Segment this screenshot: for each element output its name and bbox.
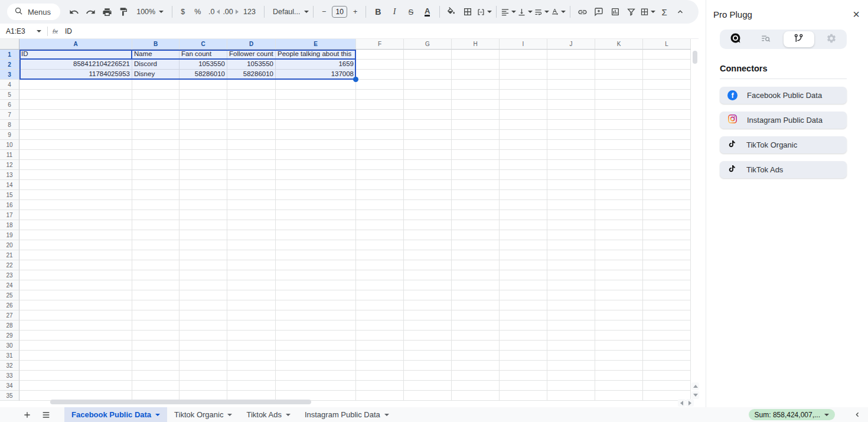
cell-I17[interactable] [500, 210, 547, 220]
sheet-tab-tiktok-organic[interactable]: Tiktok Organic [167, 407, 239, 422]
cell-J28[interactable] [547, 320, 595, 331]
cell-D7[interactable] [227, 110, 276, 120]
print-button[interactable] [100, 4, 115, 19]
cell-E25[interactable] [276, 290, 356, 300]
cell-B6[interactable] [132, 100, 180, 110]
cell-G1[interactable] [404, 50, 452, 60]
cell-A30[interactable] [19, 341, 132, 351]
cell-K12[interactable] [595, 160, 643, 170]
cell-H30[interactable] [452, 341, 500, 351]
cell-J26[interactable] [547, 300, 595, 310]
cell-G32[interactable] [404, 361, 452, 371]
cell-I28[interactable] [500, 320, 547, 331]
cell-F12[interactable] [356, 160, 404, 170]
cell-J25[interactable] [547, 290, 595, 300]
cell-D16[interactable] [227, 200, 276, 210]
cell-L24[interactable] [643, 280, 691, 290]
cell-G33[interactable] [404, 371, 452, 381]
row-header-14[interactable]: 14 [0, 180, 19, 190]
cell-J23[interactable] [547, 270, 595, 280]
cell-F20[interactable] [356, 240, 404, 250]
cell-E26[interactable] [276, 300, 356, 310]
cell-B7[interactable] [132, 110, 180, 120]
cell-F22[interactable] [356, 260, 404, 270]
scroll-right-button[interactable] [686, 399, 694, 407]
cell-G28[interactable] [404, 320, 452, 331]
cell-G30[interactable] [404, 341, 452, 351]
cell-H6[interactable] [452, 100, 500, 110]
cell-J10[interactable] [547, 140, 595, 150]
cell-K31[interactable] [595, 351, 643, 361]
cell-D19[interactable] [227, 230, 276, 240]
cell-C17[interactable] [180, 210, 227, 220]
cell-J8[interactable] [547, 120, 595, 130]
currency-format-button[interactable]: $ [177, 4, 189, 19]
cell-E21[interactable] [276, 250, 356, 260]
horizontal-scrollbar[interactable] [50, 400, 311, 404]
cell-D13[interactable] [227, 170, 276, 180]
cell-B23[interactable] [132, 270, 180, 280]
vertical-align-button[interactable] [517, 4, 533, 19]
cell-D32[interactable] [227, 361, 276, 371]
cell-G6[interactable] [404, 100, 452, 110]
cell-D27[interactable] [227, 310, 276, 320]
cell-K28[interactable] [595, 320, 643, 331]
column-header-C[interactable]: C [180, 39, 227, 50]
cell-F4[interactable] [356, 80, 404, 90]
cell-K16[interactable] [595, 200, 643, 210]
cell-G12[interactable] [404, 160, 452, 170]
cell-K24[interactable] [595, 280, 643, 290]
column-header-L[interactable]: L [643, 39, 691, 50]
chart-button[interactable] [608, 4, 623, 19]
row-header-34[interactable]: 34 [0, 381, 19, 391]
cell-B34[interactable] [132, 381, 180, 391]
cell-J18[interactable] [547, 220, 595, 230]
cell-C32[interactable] [180, 361, 227, 371]
merge-cells-button[interactable] [477, 4, 492, 19]
cell-A17[interactable] [19, 210, 132, 220]
cell-H14[interactable] [452, 180, 500, 190]
cell-D22[interactable] [227, 260, 276, 270]
cell-A21[interactable] [19, 250, 132, 260]
cell-D21[interactable] [227, 250, 276, 260]
cell-F1[interactable] [356, 50, 404, 60]
text-color-button[interactable]: A [420, 4, 435, 19]
cell-I20[interactable] [500, 240, 547, 250]
cell-J35[interactable] [547, 391, 595, 401]
cell-L5[interactable] [643, 90, 691, 100]
row-header-4[interactable]: 4 [0, 80, 19, 90]
cell-B28[interactable] [132, 320, 180, 331]
scroll-left-button[interactable] [678, 399, 686, 407]
cell-L33[interactable] [643, 371, 691, 381]
number-format-button[interactable]: 123 [239, 4, 260, 19]
sidebar-tab-settings[interactable] [816, 30, 847, 49]
cell-G34[interactable] [404, 381, 452, 391]
link-button[interactable] [575, 4, 590, 19]
cell-D23[interactable] [227, 270, 276, 280]
cell-G27[interactable] [404, 310, 452, 320]
row-header-35[interactable]: 35 [0, 391, 19, 401]
cell-C18[interactable] [180, 220, 227, 230]
cell-B24[interactable] [132, 280, 180, 290]
cell-J15[interactable] [547, 190, 595, 200]
cell-G29[interactable] [404, 331, 452, 341]
cell-H18[interactable] [452, 220, 500, 230]
cell-F15[interactable] [356, 190, 404, 200]
cell-D31[interactable] [227, 351, 276, 361]
cell-G26[interactable] [404, 300, 452, 310]
cell-K9[interactable] [595, 130, 643, 140]
cell-H26[interactable] [452, 300, 500, 310]
cell-B31[interactable] [132, 351, 180, 361]
row-header-10[interactable]: 10 [0, 140, 19, 150]
cell-K21[interactable] [595, 250, 643, 260]
cell-C12[interactable] [180, 160, 227, 170]
increase-decimal-button[interactable]: .00 [223, 4, 238, 19]
cell-L28[interactable] [643, 320, 691, 331]
cell-K15[interactable] [595, 190, 643, 200]
cell-E2[interactable]: 1659 [276, 60, 356, 70]
cell-G21[interactable] [404, 250, 452, 260]
row-header-11[interactable]: 11 [0, 150, 19, 160]
cell-H25[interactable] [452, 290, 500, 300]
spreadsheet-grid[interactable]: ABCDEFGHIJKL1IDNameFan countFollower cou… [0, 39, 699, 401]
cell-K33[interactable] [595, 371, 643, 381]
